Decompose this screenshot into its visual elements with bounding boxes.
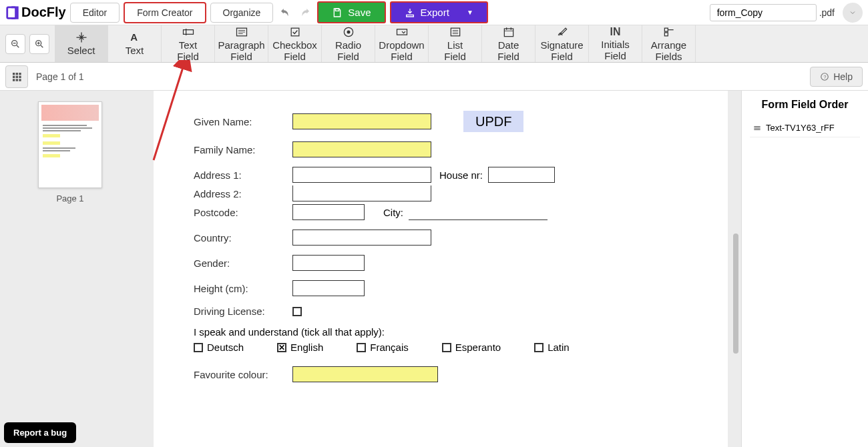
svg-rect-38 [16,79,18,81]
label-postcode: Postcode: [194,207,287,218]
label-city: City: [383,207,403,218]
updf-badge: UPDF [463,111,523,132]
svg-rect-36 [19,75,21,77]
redo-button[interactable] [297,5,313,21]
field-order-title: Form Field Order [750,99,860,111]
logo-icon [5,5,20,20]
chevron-down-icon: ▼ [467,9,473,16]
save-label: Save [348,7,371,18]
language-options: Deutsch English Français Esperanto Latin [194,342,688,353]
svg-rect-37 [13,79,15,81]
lang-deutsch[interactable]: Deutsch [194,342,244,353]
svg-rect-10 [183,30,193,35]
label-address1: Address 1: [194,169,287,181]
svg-rect-1 [336,9,339,11]
label-house-nr: House nr: [439,169,483,181]
field-given-name[interactable] [292,113,431,129]
zoom-out-button[interactable] [5,34,25,54]
undo-button[interactable] [277,5,293,21]
field-order-item[interactable]: Text-TV1Y63_rFF [750,119,860,137]
tool-arrange-fields[interactable]: Arrange Fields [642,25,696,62]
help-button[interactable]: ? Help [810,67,863,87]
tab-organize[interactable]: Organize [210,3,274,23]
page-thumbnail-1[interactable] [38,101,102,188]
field-height[interactable] [292,280,365,296]
svg-rect-32 [16,73,18,75]
export-icon [405,7,415,18]
label-given-name: Given Name: [194,116,287,127]
form-toolbar: Select AText Text Field Paragraph Field … [0,25,868,63]
field-gender[interactable] [292,255,365,271]
drag-handle-icon [752,123,762,133]
export-label: Export [421,7,449,18]
help-icon: ? [820,72,829,81]
svg-rect-24 [504,29,513,37]
file-ext: .pdf [819,7,835,18]
checkbox-driving[interactable] [292,307,302,316]
export-button[interactable]: Export ▼ [390,1,488,23]
page-bar: Page 1 of 1 ? Help [0,63,868,91]
top-bar: DocFly Editor Form Creator Organize Save… [0,0,868,25]
tab-form-creator[interactable]: Form Creator [124,2,206,23]
svg-rect-0 [7,7,16,18]
lang-english[interactable]: English [277,342,323,353]
svg-rect-34 [13,75,15,77]
report-bug-button[interactable]: Report a bug [4,422,76,443]
tab-editor[interactable]: Editor [70,3,120,23]
more-options-button[interactable] [843,3,863,23]
field-postcode[interactable] [292,204,365,220]
lang-esperanto[interactable]: Esperanto [442,342,501,353]
filename-input[interactable] [710,4,817,21]
save-icon [332,7,343,18]
field-city[interactable] [409,204,548,220]
help-label: Help [833,71,853,82]
zoom-group [0,25,55,62]
field-order-item-label: Text-TV1Y63_rFF [766,123,835,133]
field-fav-colour[interactable] [292,366,438,382]
filename-group: .pdf [710,3,863,23]
svg-point-18 [347,31,350,34]
canvas-area[interactable]: Given Name: UPDF Family Name: Address 1:… [140,91,741,447]
lang-latin[interactable]: Latin [534,342,570,353]
field-house-nr[interactable] [488,167,555,183]
save-button[interactable]: Save [317,1,385,23]
tool-select[interactable]: Select [55,25,108,62]
field-order-sidebar: Form Field Order Text-TV1Y63_rFF [741,91,868,447]
svg-rect-39 [19,79,21,81]
svg-rect-33 [19,73,21,75]
field-country[interactable] [292,230,431,246]
thumbnail-sidebar: Page 1 [0,91,140,447]
page-indicator: Page 1 of 1 [36,71,84,82]
svg-text:A: A [130,31,138,43]
label-gender: Gender: [194,258,287,269]
svg-rect-35 [16,75,18,77]
label-languages: I speak and understand (tick all that ap… [194,326,688,338]
label-country: Country: [194,232,287,244]
label-height: Height (cm): [194,283,287,294]
app-name: DocFly [21,5,66,20]
svg-line-3 [17,45,19,47]
label-driving: Driving License: [194,306,287,317]
thumbnails-toggle[interactable] [5,65,28,88]
app-logo: DocFly [5,5,66,20]
svg-text:?: ? [823,73,826,79]
scrollbar-indicator[interactable] [733,234,738,354]
page-thumbnail-label: Page 1 [56,193,83,203]
lang-francais[interactable]: Français [357,342,409,353]
svg-rect-31 [13,73,15,75]
svg-rect-16 [291,28,299,36]
field-address1[interactable] [292,167,431,183]
field-family-name[interactable] [292,141,431,157]
svg-rect-28 [664,28,668,31]
label-address2: Address 2: [194,188,287,199]
label-family-name: Family Name: [194,144,287,155]
label-fav-colour: Favourite colour: [194,369,287,380]
form-page: Given Name: UPDF Family Name: Address 1:… [154,91,728,447]
svg-rect-29 [664,33,668,36]
field-address2[interactable] [292,185,431,201]
